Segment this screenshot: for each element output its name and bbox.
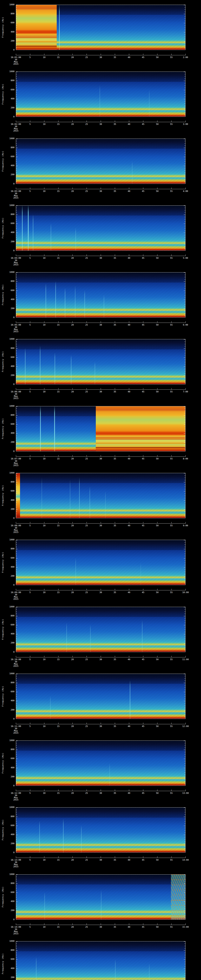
x-tick-label: 55: [168, 123, 175, 126]
x-tick-label: 5: [26, 123, 34, 126]
spectrogram-plot: [16, 406, 185, 452]
x-tick-label: 45: [139, 257, 147, 259]
y-tick-mark: [16, 558, 18, 558]
x-tick-label: 25: [83, 257, 91, 259]
y-tick-mark: [16, 616, 18, 616]
x-axis-line: [16, 657, 186, 657]
date-line: 2015: [9, 197, 23, 199]
y-tick-mark: [16, 846, 17, 846]
x-tick-label: 15: [54, 123, 62, 126]
x-axis-line: [16, 256, 186, 256]
y-tick-label: 800: [0, 815, 14, 818]
x-axis-end-time-label: 9:00: [180, 524, 191, 527]
x-tick-label: 55: [168, 390, 175, 393]
y-tick-mark: [16, 895, 17, 895]
y-tick-mark: [16, 217, 17, 217]
y-tick-mark: [185, 823, 185, 824]
y-tick-mark: [185, 493, 185, 494]
y-tick-mark: [185, 708, 185, 708]
y-tick-label: 400: [0, 833, 14, 836]
x-axis-line: [16, 724, 186, 724]
y-tick-mark: [16, 25, 17, 25]
y-tick-mark: [16, 828, 17, 828]
y-tick-mark: [185, 544, 185, 545]
y-tick-mark: [16, 447, 17, 447]
x-tick-label: 15: [54, 56, 62, 59]
y-tick-label: 1000: [0, 405, 14, 407]
y-tick-label: 1000: [0, 739, 14, 742]
y-tick-mark: [16, 440, 17, 441]
y-tick-mark: [185, 886, 185, 886]
y-axis-title: Frequency (Hz): [2, 819, 4, 840]
y-tick-mark: [16, 830, 17, 830]
y-tick-mark: [16, 208, 17, 208]
y-tick-mark: [185, 221, 185, 222]
y-tick-label: 1000: [0, 672, 14, 675]
x-tick-label: 20: [69, 792, 77, 794]
y-tick-mark: [16, 574, 17, 574]
y-tick-mark: [16, 429, 17, 429]
event-transient: [149, 90, 150, 117]
spectrogram-panel-161400: Frequency (Hz) 16:14:00 15:00 1000800600…: [0, 870, 201, 937]
x-tick-label: 5: [26, 792, 34, 794]
x-tick-label: 15: [54, 725, 62, 727]
x-tick-label: 35: [111, 658, 119, 661]
y-tick-mark: [185, 943, 185, 944]
x-tick-label: 25: [83, 190, 91, 192]
y-tick-label: 600: [0, 824, 14, 827]
x-tick-label: 40: [125, 56, 133, 59]
x-axis-end-time-label: 5:00: [180, 257, 191, 259]
y-tick-mark: [16, 547, 17, 547]
y-tick-mark: [16, 7, 17, 8]
y-tick-mark: [185, 431, 185, 431]
x-tick-label: 30: [97, 390, 105, 393]
y-tick-mark: [184, 41, 185, 41]
y-tick-mark: [16, 540, 18, 540]
y-tick-label: 400: [0, 164, 14, 167]
y-tick-mark: [185, 217, 185, 217]
event-transient: [142, 620, 142, 652]
y-tick-label: 400: [0, 967, 14, 970]
y-tick-mark: [16, 406, 18, 407]
x-tick-mark: [72, 121, 73, 122]
y-tick-mark: [185, 556, 185, 556]
y-tick-mark: [185, 88, 185, 88]
x-axis-end-time-label: 8:00: [180, 457, 191, 460]
date-line: 2015: [9, 598, 23, 600]
y-tick-mark: [16, 76, 17, 76]
event-transient: [81, 826, 81, 853]
event-transient: [75, 228, 76, 250]
spectrogram-plot: [16, 339, 185, 384]
y-tick-mark: [184, 348, 185, 349]
date-line: 2015: [9, 531, 23, 533]
y-tick-mark: [16, 141, 17, 141]
spectrogram-plot: [16, 72, 185, 117]
y-tick-label: 400: [0, 900, 14, 902]
y-tick-mark: [16, 248, 17, 249]
y-tick-mark: [185, 25, 185, 25]
y-tick-mark: [16, 37, 17, 37]
y-tick-mark: [16, 482, 18, 482]
y-tick-label: 1000: [0, 806, 14, 808]
x-tick-label: 50: [153, 859, 161, 861]
x-axis-end-time-label: 2:00: [180, 56, 191, 59]
y-tick-mark: [184, 643, 185, 643]
spectrogram-plot: [16, 941, 185, 980]
x-axis-end-time-label: 11:00: [180, 658, 191, 661]
date-line: 2015: [9, 464, 23, 467]
y-tick-mark: [16, 205, 18, 206]
x-tick-mark: [72, 589, 73, 590]
x-tick-label: 30: [97, 190, 105, 192]
y-tick-mark: [185, 498, 185, 498]
spectrogram-plot: [16, 138, 185, 184]
y-tick-mark: [16, 554, 17, 554]
y-tick-mark: [185, 106, 185, 106]
spectrogram-events-layer: [16, 473, 185, 518]
y-tick-mark: [184, 272, 185, 273]
y-tick-mark: [16, 164, 17, 164]
x-tick-label: 15: [54, 457, 62, 460]
x-tick-mark: [58, 188, 59, 189]
event-transient: [140, 563, 141, 585]
y-tick-mark: [185, 953, 185, 953]
x-tick-mark: [157, 723, 158, 724]
